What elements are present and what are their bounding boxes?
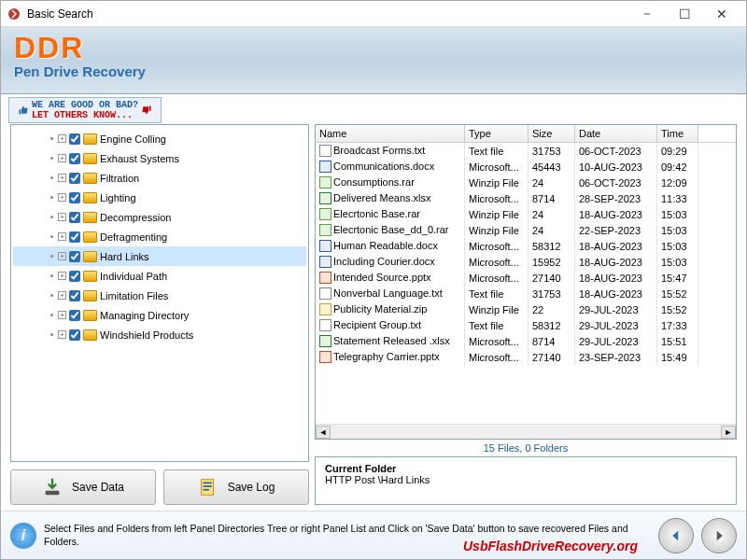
right-panel: Name Type Size Date Time Broadcast Forms…: [315, 124, 737, 505]
col-date[interactable]: Date: [575, 125, 657, 142]
list-row[interactable]: Elecrtonic Base.rarWinzip File2418-AUG-2…: [316, 206, 736, 222]
svg-point-0: [8, 8, 20, 20]
file-size: 8714: [529, 190, 575, 207]
svg-rect-4: [203, 485, 211, 487]
file-time: 17:33: [657, 317, 698, 334]
tree-item[interactable]: +Hard Links: [13, 246, 306, 266]
list-row[interactable]: Broadcast Forms.txtText file3175306-OCT-…: [316, 143, 736, 159]
scroll-right-icon[interactable]: ►: [721, 426, 736, 439]
tree-checkbox[interactable]: [69, 290, 80, 301]
tree-item[interactable]: +Individual Path: [13, 266, 306, 286]
tree-item-label: Exhaust Systems: [100, 153, 179, 164]
expand-icon[interactable]: +: [58, 330, 66, 339]
tree-checkbox[interactable]: [69, 231, 80, 243]
horizontal-scrollbar[interactable]: ◄ ►: [316, 424, 736, 439]
save-data-icon: [42, 477, 63, 497]
expand-icon[interactable]: +: [58, 291, 66, 300]
minimize-button[interactable]: －: [628, 2, 666, 26]
list-row[interactable]: Nonverbal Language.txtText file3175318-A…: [316, 286, 736, 301]
expand-icon[interactable]: +: [58, 134, 66, 143]
tree-checkbox[interactable]: [69, 153, 80, 164]
file-date: 29-JUL-2023: [575, 333, 657, 350]
tree-checkbox[interactable]: [69, 192, 80, 203]
file-type: Text file: [465, 286, 529, 302]
directory-tree[interactable]: +Engine Colling+Exhaust Systems+Filtrati…: [10, 124, 309, 462]
expand-icon[interactable]: +: [58, 193, 66, 202]
tree-item[interactable]: +Exhaust Systems: [13, 148, 306, 168]
list-row[interactable]: Including Courier.docxMicrosoft...159521…: [316, 254, 736, 270]
file-date: 18-AUG-2023: [575, 254, 657, 271]
list-row[interactable]: Publicity Material.zipWinzip File2229-JU…: [316, 301, 736, 317]
tree-checkbox[interactable]: [69, 251, 80, 262]
file-type: Winzip File: [465, 206, 529, 223]
tree-item[interactable]: +Filtration: [13, 168, 306, 188]
tree-item[interactable]: +Windshield Products: [13, 325, 306, 344]
feedback-button[interactable]: WE ARE GOOD OR BAD? LET OTHERS KNOW...: [8, 97, 162, 123]
nav-forward-button[interactable]: [701, 518, 737, 553]
save-data-button[interactable]: Save Data: [10, 469, 156, 505]
tree-checkbox[interactable]: [69, 329, 80, 341]
tree-item-label: Decompression: [100, 212, 171, 223]
file-time: 11:33: [657, 190, 698, 207]
scroll-left-icon[interactable]: ◄: [316, 426, 331, 439]
list-row[interactable]: Consumptions.rarWinzip File2406-OCT-2023…: [316, 175, 736, 190]
save-data-label: Save Data: [72, 481, 124, 494]
file-name: Delivered Means.xlsx: [333, 192, 431, 203]
svg-rect-5: [203, 489, 208, 491]
col-time[interactable]: Time: [657, 125, 698, 142]
tree-checkbox[interactable]: [69, 310, 80, 321]
file-date: 28-SEP-2023: [575, 190, 657, 207]
file-type: Microsoft...: [465, 349, 529, 366]
list-row[interactable]: Human Readable.docxMicrosoft...5831218-A…: [316, 238, 736, 254]
file-name: Recipient Group.txt: [333, 319, 421, 330]
nav-back-button[interactable]: [658, 518, 694, 553]
file-type: Text file: [465, 143, 529, 160]
folder-icon: [83, 133, 97, 145]
main-area: +Engine Colling+Exhaust Systems+Filtrati…: [1, 120, 746, 511]
list-row[interactable]: Statement Released .xlsxMicrosoft...8714…: [316, 333, 736, 349]
tree-item[interactable]: +Limitation Files: [13, 286, 306, 305]
list-row[interactable]: Elecrtonic Base_dd_0.rarWinzip File2422-…: [316, 222, 736, 238]
list-row[interactable]: Communications.docxMicrosoft...4544310-A…: [316, 159, 736, 175]
expand-icon[interactable]: +: [58, 213, 66, 221]
expand-icon[interactable]: +: [58, 154, 66, 162]
col-size[interactable]: Size: [529, 125, 575, 142]
folder-icon: [83, 173, 97, 184]
tree-checkbox[interactable]: [69, 212, 80, 223]
list-row[interactable]: Recipient Group.txtText file5831229-JUL-…: [316, 317, 736, 333]
save-log-button[interactable]: Save Log: [163, 469, 309, 505]
file-name: Including Courier.docx: [333, 256, 435, 267]
expand-icon[interactable]: +: [58, 232, 66, 241]
expand-icon[interactable]: +: [58, 311, 66, 319]
brand-link[interactable]: UsbFlashDriveRecovery.org: [463, 539, 638, 553]
tree-item[interactable]: +Engine Colling: [13, 129, 306, 148]
list-body[interactable]: Broadcast Forms.txtText file3175306-OCT-…: [316, 143, 736, 424]
list-row[interactable]: Telegraphy Carrier.pptxMicrosoft...27140…: [316, 349, 736, 365]
tree-checkbox[interactable]: [69, 173, 80, 184]
tree-item[interactable]: +Managing Directory: [13, 305, 306, 325]
list-row[interactable]: Intended Source.pptxMicrosoft...2714018-…: [316, 270, 736, 286]
maximize-button[interactable]: ☐: [666, 2, 703, 26]
col-name[interactable]: Name: [316, 125, 465, 142]
col-type[interactable]: Type: [465, 125, 529, 142]
list-row[interactable]: Delivered Means.xlsxMicrosoft...871428-S…: [316, 190, 736, 206]
expand-icon[interactable]: +: [58, 174, 66, 182]
tree-checkbox[interactable]: [69, 133, 80, 145]
file-name: Statement Released .xlsx: [333, 335, 450, 346]
expand-icon[interactable]: +: [58, 252, 66, 260]
file-date: 23-SEP-2023: [575, 349, 657, 366]
list-header: Name Type Size Date Time: [316, 125, 736, 143]
file-icon: [319, 208, 331, 220]
expand-icon[interactable]: +: [58, 272, 66, 280]
app-icon: [7, 7, 21, 21]
tree-checkbox[interactable]: [69, 271, 80, 282]
tree-item-label: Limitation Files: [100, 290, 168, 301]
tree-item[interactable]: +Lighting: [13, 188, 306, 207]
tree-item[interactable]: +Defragmenting: [13, 227, 306, 246]
arrow-left-icon: [668, 527, 684, 544]
folder-icon: [83, 329, 97, 341]
file-time: 15:03: [657, 238, 698, 255]
file-name: Communications.docx: [333, 161, 434, 172]
tree-item[interactable]: +Decompression: [13, 207, 306, 227]
close-button[interactable]: ✕: [703, 2, 740, 26]
